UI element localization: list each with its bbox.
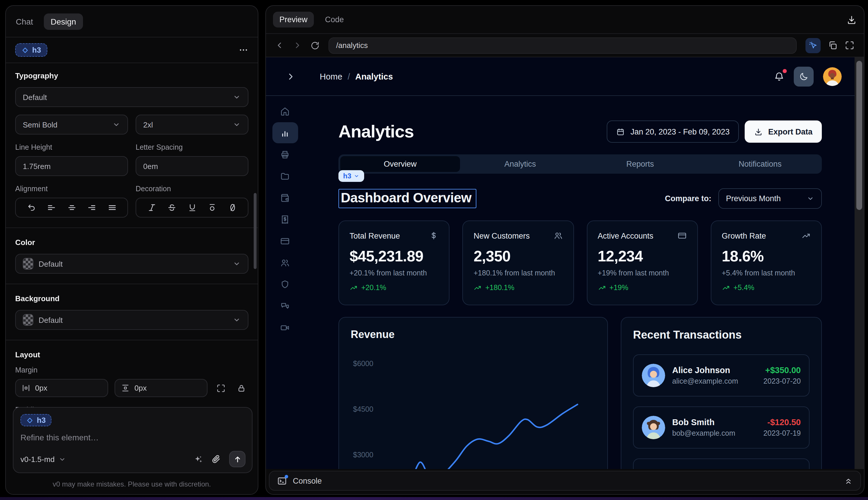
font-weight-select[interactable]: Semi Bold — [15, 115, 128, 135]
bell-icon — [774, 71, 784, 82]
align-right-icon[interactable] — [87, 203, 96, 212]
tab-overview[interactable]: Overview — [340, 156, 460, 172]
inspect-button[interactable] — [806, 38, 821, 53]
transaction-row[interactable]: Alice Johnson alice@example.com +$350.00… — [633, 354, 810, 397]
inspector-element-chip[interactable]: h3 — [338, 170, 364, 182]
stat-trend: +20.1% — [361, 284, 386, 292]
stat-card-growth-rate[interactable]: Growth Rate 18.6% +5.4% from last month … — [711, 220, 822, 305]
moon-icon — [799, 72, 808, 81]
overline-icon[interactable] — [208, 203, 217, 212]
rail-item-bar-chart[interactable] — [272, 122, 298, 143]
element-menu-button[interactable] — [239, 45, 248, 55]
rail-item-folder[interactable] — [272, 166, 298, 186]
sidebar-toggle-icon[interactable] — [286, 72, 295, 81]
italic-icon[interactable] — [147, 203, 157, 212]
background-heading: Background — [15, 294, 248, 303]
rail-item-video[interactable] — [272, 317, 298, 338]
margin-y-input[interactable]: 0px — [115, 379, 208, 397]
tab-notifications[interactable]: Notifications — [700, 156, 820, 172]
preview-viewport: Home / Analytics — [266, 57, 864, 469]
chevron-down-icon — [354, 173, 359, 179]
rail-item-shield[interactable] — [272, 274, 298, 295]
sparkles-icon[interactable] — [194, 454, 204, 464]
preview-scrollbar-track[interactable] — [855, 57, 864, 469]
chevron-down-icon — [233, 260, 241, 268]
url-input[interactable]: /analytics — [328, 37, 797, 54]
rail-item-home[interactable] — [272, 101, 298, 122]
letter-spacing-input[interactable]: 0em — [136, 156, 248, 176]
fullscreen-icon[interactable] — [845, 41, 855, 50]
design-controls: Typography Default Semi Bold 2xl Line He… — [6, 63, 258, 437]
underline-icon[interactable] — [187, 203, 197, 212]
user-avatar[interactable] — [823, 67, 842, 86]
rail-item-users[interactable] — [272, 252, 298, 273]
breadcrumb-home[interactable]: Home — [320, 72, 342, 81]
selected-element-chip[interactable]: h3 — [15, 43, 47, 57]
compare-select[interactable]: Previous Month — [718, 188, 822, 209]
tab-code[interactable]: Code — [319, 12, 350, 27]
send-button[interactable] — [229, 451, 245, 467]
preview-scrollbar-thumb[interactable] — [856, 61, 862, 210]
font-size-value: 2xl — [143, 120, 153, 129]
decoration-group — [136, 198, 248, 217]
stat-trend: +5.4% — [733, 284, 755, 292]
line-height-input[interactable]: 1.75rem — [15, 156, 128, 176]
margin-label: Margin — [15, 366, 248, 374]
tab-analytics[interactable]: Analytics — [460, 156, 580, 172]
stat-card-active-accounts[interactable]: Active Accounts 12,234 +19% from last mo… — [587, 220, 698, 305]
no-decoration-icon[interactable] — [228, 203, 237, 212]
theme-toggle-button[interactable] — [794, 66, 814, 86]
tab-reports[interactable]: Reports — [580, 156, 700, 172]
back-button[interactable] — [275, 41, 284, 50]
export-data-button[interactable]: Export Data — [745, 121, 822, 143]
tab-chat[interactable]: Chat — [16, 17, 33, 26]
console-bar[interactable]: Console — [269, 471, 861, 491]
align-justify-icon[interactable] — [107, 203, 117, 212]
tab-design[interactable]: Design — [44, 13, 83, 30]
transaction-row-clipped — [633, 458, 810, 469]
date-range-button[interactable]: Jan 20, 2023 - Feb 09, 2023 — [606, 121, 739, 143]
strikethrough-icon[interactable] — [167, 203, 176, 212]
stat-trend: +19% — [609, 284, 628, 292]
rail-item-receipt[interactable] — [272, 209, 298, 230]
avatar — [642, 364, 665, 387]
stat-card-total-revenue[interactable]: Total Revenue $45,231.89 +20.1% from las… — [338, 220, 450, 305]
margin-x-input[interactable]: 0px — [15, 379, 108, 397]
margin-expand-button[interactable] — [214, 381, 228, 395]
font-size-select[interactable]: 2xl — [136, 115, 248, 135]
color-swatch — [23, 258, 33, 270]
rail-item-wallet[interactable] — [272, 187, 298, 208]
stat-card-new-customers[interactable]: New Customers 2,350 +180.1% from last mo… — [463, 220, 574, 305]
app-main: Analytics Jan 20, 2023 - Feb 09, 2023 Ex… — [304, 96, 855, 469]
selection-outline[interactable]: Dashboard Overview — [338, 189, 477, 208]
font-family-select[interactable]: Default — [15, 87, 248, 107]
model-selector[interactable]: v0-1.5-md — [21, 455, 66, 464]
forward-button[interactable] — [293, 41, 302, 50]
notifications-button[interactable] — [774, 71, 784, 82]
align-left-icon[interactable] — [47, 203, 56, 212]
download-button[interactable] — [846, 14, 857, 25]
console-expand-button[interactable] — [844, 476, 853, 485]
tab-preview[interactable]: Preview — [273, 12, 314, 27]
background-select[interactable]: Default — [15, 310, 248, 330]
copy-icon[interactable] — [828, 41, 837, 50]
selected-element-label: h3 — [32, 46, 41, 54]
align-center-icon[interactable] — [67, 203, 76, 212]
preview-panel-tabs: Preview Code — [266, 6, 864, 34]
margin-lock-button[interactable] — [234, 381, 248, 395]
rail-item-messages[interactable] — [272, 295, 298, 316]
model-name: v0-1.5-md — [21, 455, 55, 464]
refresh-button[interactable] — [310, 41, 320, 50]
panel-scrollbar[interactable] — [254, 193, 257, 269]
color-value: Default — [38, 259, 62, 268]
rail-item-printer[interactable] — [272, 144, 298, 165]
rail-item-credit-card[interactable] — [272, 230, 298, 251]
transaction-row[interactable]: Bob Smith bob@example.com -$120.50 2023-… — [633, 407, 810, 448]
trending-up-icon — [722, 284, 730, 292]
color-select[interactable]: Default — [15, 254, 248, 274]
paperclip-icon[interactable] — [211, 454, 221, 464]
refine-input[interactable]: Refine this element… — [21, 433, 245, 442]
undo-icon[interactable] — [26, 203, 36, 212]
composer-element-chip[interactable]: h3 — [21, 414, 51, 426]
selected-element-row: h3 — [6, 37, 258, 63]
